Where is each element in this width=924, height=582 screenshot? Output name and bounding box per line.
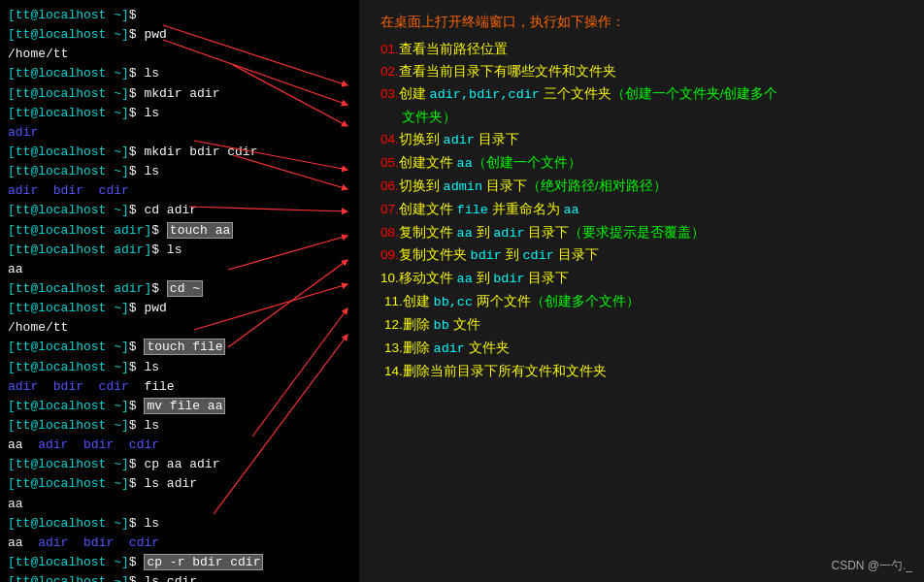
line-19: [tt@localhost ~]$ ls [8,358,351,377]
line-13: [tt@localhost adir]$ ls [8,241,351,260]
line-20: adir bdir cdir file [8,377,351,397]
line-21: [tt@localhost ~]$ mv file aa [8,397,351,416]
line-10: adir bdir cdir [8,181,351,201]
instr-01: 01.查看当前路径位置 [380,39,907,61]
instr-12: 12.删除 bb 文件 [380,314,907,338]
line-26: aa [8,495,351,514]
line-29: [tt@localhost ~]$ cp -r bdir cdir [8,553,351,572]
instr-08: 08.复制文件 aa 到 adir 目录下（要求提示是否覆盖） [380,222,907,245]
instr-03b: 文件夹） [380,107,907,129]
instruction-panel: 在桌面上打开终端窗口，执行如下操作： 01.查看当前路径位置 02.查看当前目录… [359,0,924,582]
line-8: [tt@localhost ~]$ mkdir bdir cdir [8,143,351,162]
line-1: [tt@localhost ~]$ [8,6,351,25]
instr-05: 05.创建文件 aa（创建一个文件） [380,152,907,176]
instr-11: 11.创建 bb,cc 两个文件（创建多个文件） [380,291,907,314]
line-4: [tt@localhost ~]$ ls [8,64,351,83]
line-28: aa adir bdir cdir [8,534,351,553]
terminal-content: [tt@localhost ~]$ [tt@localhost ~]$ pwd … [8,6,351,582]
terminal-pane: [tt@localhost ~]$ [tt@localhost ~]$ pwd … [0,0,359,582]
line-6: [tt@localhost ~]$ ls [8,104,351,123]
instr-04: 04.切换到 adir 目录下 [380,129,907,152]
watermark: CSDN @一勺._ [831,558,912,574]
line-12: [tt@localhost adir]$ touch aa [8,221,351,241]
line-17: /home/tt [8,318,351,338]
line-11: [tt@localhost ~]$ cd adir [8,201,351,220]
line-22: [tt@localhost ~]$ ls [8,416,351,436]
instr-14: 14.删除当前目录下所有文件和文件夹 [380,361,907,383]
line-9: [tt@localhost ~]$ ls [8,162,351,181]
line-23: aa adir bdir cdir [8,436,351,455]
line-15: [tt@localhost adir]$ cd ~ [8,279,351,299]
instr-02: 02.查看当前目录下有哪些文件和文件夹 [380,61,907,83]
line-7: adir [8,123,351,143]
line-24: [tt@localhost ~]$ cp aa adir [8,455,351,474]
instr-10: 10.移动文件 aa 到 bdir 目录下 [380,268,907,291]
line-27: [tt@localhost ~]$ ls [8,514,351,534]
line-3: /home/tt [8,45,351,64]
instr-06: 06.切换到 admin 目录下（绝对路径/相对路径） [380,176,907,199]
instr-09: 09.复制文件夹 bdir 到 cdir 目录下 [380,244,907,268]
line-5: [tt@localhost ~]$ mkdir adir [8,84,351,104]
line-18: [tt@localhost ~]$ touch file [8,338,351,357]
line-14: aa [8,260,351,279]
line-2: [tt@localhost ~]$ pwd [8,25,351,45]
instr-13: 13.删除 adir 文件夹 [380,338,907,361]
instr-07: 07.创建文件 file 并重命名为 aa [380,199,907,222]
line-30: [tt@localhost ~]$ ls cdir [8,572,351,582]
panel-intro: 在桌面上打开终端窗口，执行如下操作： [380,14,907,31]
line-25: [tt@localhost ~]$ ls adir [8,474,351,494]
line-16: [tt@localhost ~]$ pwd [8,299,351,318]
instr-03: 03.创建 adir,bdir,cdir 三个文件夹（创建一个文件夹/创建多个 [380,83,907,107]
